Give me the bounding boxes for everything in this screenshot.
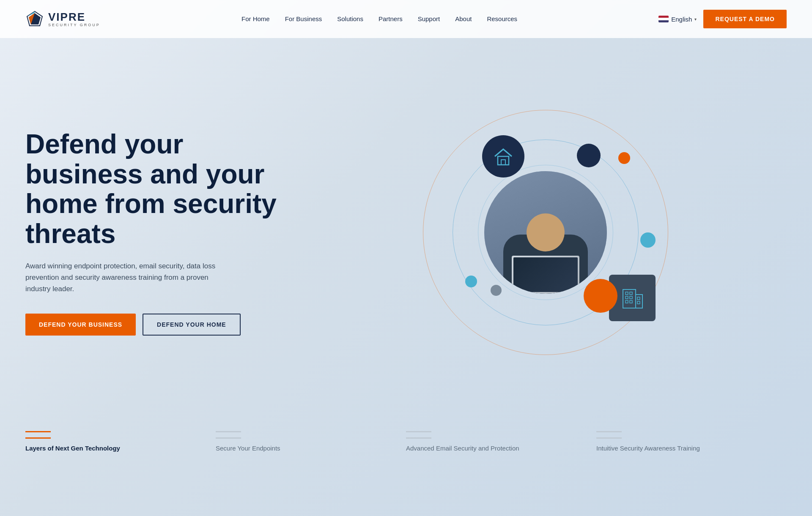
nav-item-support[interactable]: Support [418,15,440,23]
laptop-screen [513,257,578,292]
navbar: VIPRE SECURITY GROUP For Home For Busine… [0,0,812,38]
blue-circle-medium [640,232,656,248]
blue-circle-small [465,276,477,287]
tab-layers-next-gen[interactable]: Layers of Next Gen Technology [25,431,216,453]
nav-item-partners[interactable]: Partners [379,15,403,23]
chevron-down-icon: ▾ [694,17,697,22]
nav-item-resources[interactable]: Resources [487,15,517,23]
svg-rect-13 [630,300,632,303]
flag-icon [658,16,669,22]
nav-item-for-home[interactable]: For Home [241,15,270,23]
building-icon [620,285,645,311]
svg-rect-8 [625,292,628,295]
hero-title: Defend your business and your home from … [25,129,304,248]
orange-circle-small [618,152,630,164]
svg-rect-4 [498,156,509,165]
hero-content: Defend your business and your home from … [25,129,304,335]
logo[interactable]: VIPRE SECURITY GROUP [25,10,100,28]
svg-rect-15 [637,301,640,304]
tab-secure-endpoints[interactable]: Secure Your Endpoints [216,431,406,453]
orbit-container [423,110,668,355]
bottom-tabs: Layers of Next Gen Technology Secure You… [0,418,812,470]
nav-right: English ▾ REQUEST A DEMO [658,10,787,28]
gray-circle [491,285,502,296]
defend-home-button[interactable]: DEFEND YOUR HOME [143,314,241,336]
svg-rect-12 [625,300,628,303]
svg-rect-6 [623,289,636,308]
tab-security-training[interactable]: Intuitive Security Awareness Training [596,431,787,453]
orange-circle-large [584,279,617,313]
request-demo-button[interactable]: REQUEST A DEMO [703,10,787,28]
house-icon [493,146,514,167]
tab-email-security[interactable]: Advanced Email Security and Protection [406,431,596,453]
svg-rect-11 [630,296,632,299]
hero-visual [304,85,787,380]
dark-circle-large [577,144,601,167]
vipre-logo-icon [25,10,44,28]
svg-rect-5 [501,160,505,165]
nav-links: For Home For Business Solutions Partners… [241,15,517,23]
laptop-detail [512,256,579,294]
nav-item-about[interactable]: About [455,15,472,23]
hero-buttons: DEFEND YOUR BUSINESS DEFEND YOUR HOME [25,314,304,336]
person-figure [484,171,607,294]
hero-photo [484,171,607,294]
svg-rect-14 [637,297,640,300]
logo-text: VIPRE SECURITY GROUP [48,11,100,27]
nav-item-for-business[interactable]: For Business [285,15,322,23]
language-selector[interactable]: English ▾ [658,16,697,23]
hero-subtitle: Award winning endpoint protection, email… [25,260,228,295]
svg-rect-10 [625,296,628,299]
defend-business-button[interactable]: DEFEND YOUR BUSINESS [25,314,136,336]
nav-item-solutions[interactable]: Solutions [337,15,363,23]
hero-section: Defend your business and your home from … [0,38,812,418]
svg-rect-9 [630,292,632,295]
house-node [482,135,524,177]
